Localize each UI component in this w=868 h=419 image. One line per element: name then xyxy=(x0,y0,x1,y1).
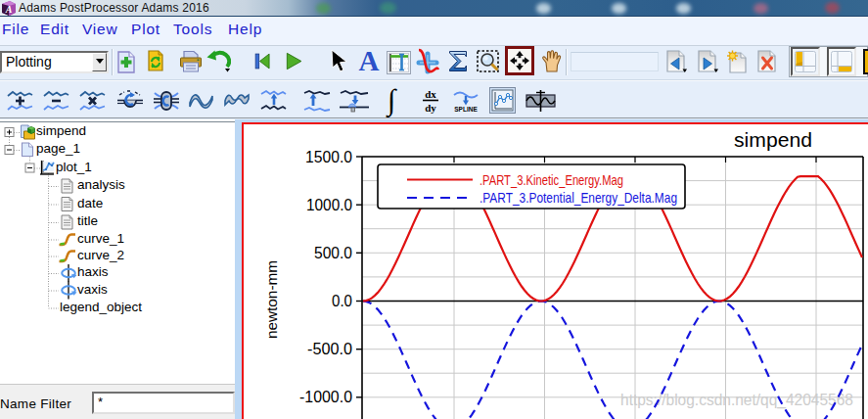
svg-text:simpend: simpend xyxy=(734,129,812,151)
svg-text:500.0: 500.0 xyxy=(314,245,352,261)
svg-text:1000.0: 1000.0 xyxy=(306,197,352,213)
svg-text:page_1: page_1 xyxy=(36,141,80,156)
svg-text:haxis: haxis xyxy=(77,264,109,279)
svg-text:legend_object: legend_object xyxy=(60,300,142,314)
svg-text:-1000.0: -1000.0 xyxy=(299,389,352,405)
svg-text:-500.0: -500.0 xyxy=(307,341,352,357)
svg-text:vaxis: vaxis xyxy=(77,282,108,297)
svg-text:plot_1: plot_1 xyxy=(56,160,92,174)
svg-text:newton-mm: newton-mm xyxy=(264,260,280,339)
svg-text:SPLINE: SPLINE xyxy=(454,106,478,113)
svg-text:.PART_3.Potential_Energy_Delta: .PART_3.Potential_Energy_Delta.Mag xyxy=(480,189,677,206)
svg-text:.PART_3.Kinetic_Energy.Mag: .PART_3.Kinetic_Energy.Mag xyxy=(480,171,623,188)
svg-text:title: title xyxy=(77,213,98,228)
svg-text:curve_1: curve_1 xyxy=(77,231,124,246)
svg-text:date: date xyxy=(77,196,103,210)
svg-text:0.0: 0.0 xyxy=(332,293,352,309)
svg-text:analysis: analysis xyxy=(77,177,125,192)
svg-text:simpend: simpend xyxy=(36,123,86,138)
svg-text:curve_2: curve_2 xyxy=(77,248,124,262)
svg-text:dy: dy xyxy=(425,102,436,114)
svg-text:1500.0: 1500.0 xyxy=(305,149,352,165)
svg-text:dx: dx xyxy=(425,88,436,100)
svg-text:A: A xyxy=(5,4,13,15)
